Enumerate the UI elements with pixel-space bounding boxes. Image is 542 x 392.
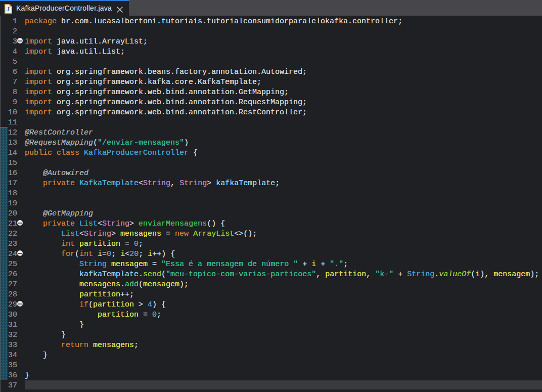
svg-text:J: J [7, 5, 10, 13]
